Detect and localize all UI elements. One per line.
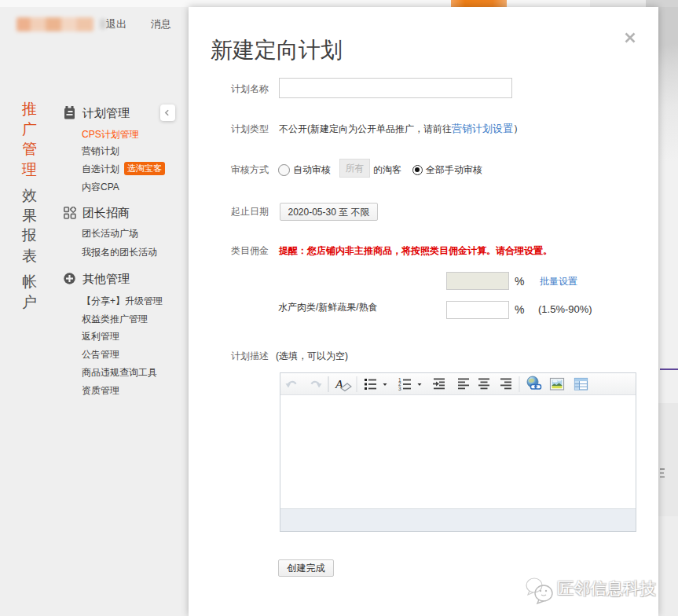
svg-text:3: 3 [398,386,401,391]
